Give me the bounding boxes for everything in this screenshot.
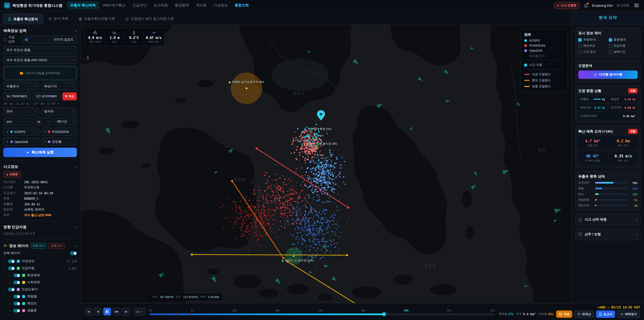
top-menu-item-5[interactable]: 항공탐색: [172, 1, 192, 10]
layer-toggle[interactable]: [14, 302, 20, 305]
layer-toggle[interactable]: [14, 295, 20, 298]
menu-icon[interactable]: [633, 3, 640, 9]
unit-select[interactable]: kL▾: [34, 117, 52, 126]
run-prediction-button[interactable]: 확산예측 실행: [3, 148, 77, 157]
stop-prediction-button[interactable]: 예측정지: [617, 310, 640, 318]
run-icon: [26, 151, 30, 154]
latitude-input[interactable]: [3, 92, 31, 100]
incident-section-header[interactable]: 사고정보 ▴: [3, 164, 77, 169]
chevron-icon[interactable]: ▸: [3, 260, 6, 263]
snapshot-marker[interactable]: [162, 313, 164, 315]
stop-icon: [620, 312, 624, 316]
display-checkbox[interactable]: 날짜시간: [608, 50, 638, 54]
oil-type-select[interactable]: 벙커유▾: [41, 107, 77, 115]
tab-4[interactable]: 오일펜스 배치 알고리즘 이론: [120, 14, 179, 24]
layer-row-6[interactable]: ▸계절별: [3, 293, 77, 300]
layer-row-8[interactable]: ▸생물종: [3, 307, 77, 314]
image-upload-dropzone[interactable]: 이미지 파일을 선택하세요: [3, 66, 77, 80]
chevron-down-icon: ▾: [48, 120, 49, 123]
all-layers-on-button[interactable]: 전체 켜기: [30, 243, 46, 249]
skip-start-button[interactable]: |◀: [84, 308, 92, 315]
top-menu-item-8[interactable]: 통합조회: [232, 1, 252, 10]
layer-toggle[interactable]: [8, 288, 15, 291]
display-checkbox[interactable]: 시간 표시: [578, 50, 607, 54]
display-checkbox[interactable]: ✓풍향/풍속: [608, 38, 638, 42]
layer-toggle[interactable]: [8, 267, 15, 270]
chevron-icon[interactable]: ▾: [3, 267, 6, 270]
snapshot-marker[interactable]: [190, 313, 192, 315]
playback-speed-select[interactable]: 1× ▾: [134, 308, 146, 315]
display-checkbox[interactable]: ✓유향/유속: [578, 38, 607, 42]
layer-row-3[interactable]: ▸환경생태: [3, 272, 77, 279]
top-menu-item-3[interactable]: 긴급구난: [130, 1, 150, 10]
fast-forward-button[interactable]: ▶▶: [113, 308, 120, 315]
layer-row-2[interactable]: ▾민감자원3,947: [3, 265, 77, 272]
model-chip-label: 앙상블: [52, 139, 62, 144]
snapshot-marker[interactable]: [176, 313, 178, 315]
timeline-track[interactable]: [150, 313, 495, 315]
predict-section-header[interactable]: 예측정보 입력 ▴: [3, 28, 77, 33]
map-canvas[interactable]: [80, 25, 572, 303]
company-select[interactable]: 유출회사▾: [3, 82, 39, 90]
longitude-input[interactable]: [33, 92, 60, 100]
duration-select[interactable]: 48시간▾: [54, 117, 77, 126]
tab-2[interactable]: 분석 목록: [44, 14, 73, 24]
chevron-icon[interactable]: ▸: [9, 302, 12, 305]
layer-toggle[interactable]: [14, 309, 20, 312]
save-button[interactable]: 저장: [556, 310, 572, 318]
top-menu-item-1[interactable]: 유출유 확산예측: [67, 1, 99, 10]
top-menu-item-4[interactable]: 보고자료: [150, 1, 171, 10]
direct-input-radio[interactable]: 직접 입력: [3, 35, 17, 44]
model-chip-2[interactable]: ✓POSEIDON: [41, 128, 77, 136]
chevron-icon[interactable]: ▸: [9, 295, 12, 298]
top-menu-item-2[interactable]: HNS·대기확산: [100, 1, 128, 10]
tab-3[interactable]: 유출유확산모델 이론: [74, 14, 120, 24]
incident-select[interactable]: 여수 유조선 충돌 (INC-0042) ▾: [3, 56, 77, 64]
sensitive-section-header[interactable]: 영향 민감자원 ▴: [3, 225, 77, 230]
logout-button[interactable]: 로그아웃: [616, 3, 629, 8]
skip-end-button[interactable]: ▶|: [122, 308, 130, 315]
report-button[interactable]: 보고서: [596, 310, 615, 318]
model-chip-3[interactable]: ✓OpenDrift: [3, 138, 39, 146]
layer-row-7[interactable]: ▸해안선: [3, 300, 77, 307]
display-checkbox[interactable]: 민감자원: [608, 44, 638, 48]
spill-mode-select[interactable]: 연속▾: [3, 107, 39, 115]
layer-row-4[interactable]: ▸사회경제: [3, 279, 77, 286]
owner-insurance-section[interactable]: 선주 / 보험▾: [575, 228, 641, 240]
pause-button[interactable]: [103, 308, 111, 315]
tab-1[interactable]: 유출유 확산분석: [3, 14, 43, 24]
expected-time-select[interactable]: 예상시각▾: [41, 82, 77, 90]
top-menu-item-7[interactable]: 기상정보: [210, 1, 230, 10]
model-chips: ✓KOSPS✓POSEIDON✓OpenDrift✓앙상블: [3, 128, 77, 146]
layer-row-5[interactable]: ▾민감도평가: [3, 286, 77, 293]
vessel-spec-section[interactable]: 사고 선박 제원▾: [575, 213, 641, 225]
master-layer-toggle[interactable]: [70, 251, 77, 255]
weathering-bar-fill: [595, 182, 614, 184]
layer-toggle[interactable]: [14, 281, 20, 284]
amount-input[interactable]: [3, 117, 32, 126]
all-layers-off-button[interactable]: 전체 끄기: [49, 243, 65, 249]
display-checkbox[interactable]: 예인부표: [578, 44, 607, 48]
map-style-tool-button[interactable]: [84, 54, 91, 61]
incident-name-input[interactable]: [3, 46, 77, 54]
model-chip-4[interactable]: ✓앙상블: [41, 138, 77, 146]
incident-status-badge[interactable]: 사고 진행중: [554, 2, 580, 9]
step-back-button[interactable]: ◀: [94, 308, 102, 315]
pick-on-map-button[interactable]: 지도: [62, 92, 77, 100]
polygon-analysis-button[interactable]: 다각형 분석수행: [578, 71, 638, 79]
layer-row-1[interactable]: ▸어장정보17,129: [3, 258, 77, 265]
model-chip-1[interactable]: ✓KOSPS: [3, 128, 39, 136]
chevron-icon[interactable]: ▸: [9, 309, 12, 312]
layer-toggle[interactable]: [8, 260, 15, 263]
recalculate-button[interactable]: 재계산: [574, 310, 594, 318]
layers-section-header[interactable]: 정보 레이어 전체 켜기 전체 끄기 ▴: [3, 243, 77, 249]
weathering-bars: 수면잔존58%증발22%분산12%에멀전화5%해안부착3%: [578, 181, 638, 207]
chevron-icon[interactable]: ▾: [3, 288, 6, 291]
chevron-icon[interactable]: ▸: [9, 281, 12, 284]
chevron-icon[interactable]: ▸: [9, 274, 12, 277]
timeline-thumb[interactable]: [382, 312, 386, 316]
top-menu-item-6[interactable]: 게시판: [193, 1, 210, 10]
layer-toggle[interactable]: [14, 274, 20, 277]
notifications-bell-icon[interactable]: [584, 3, 588, 8]
image-upload-radio[interactable]: 이미지 업로드: [22, 36, 77, 44]
